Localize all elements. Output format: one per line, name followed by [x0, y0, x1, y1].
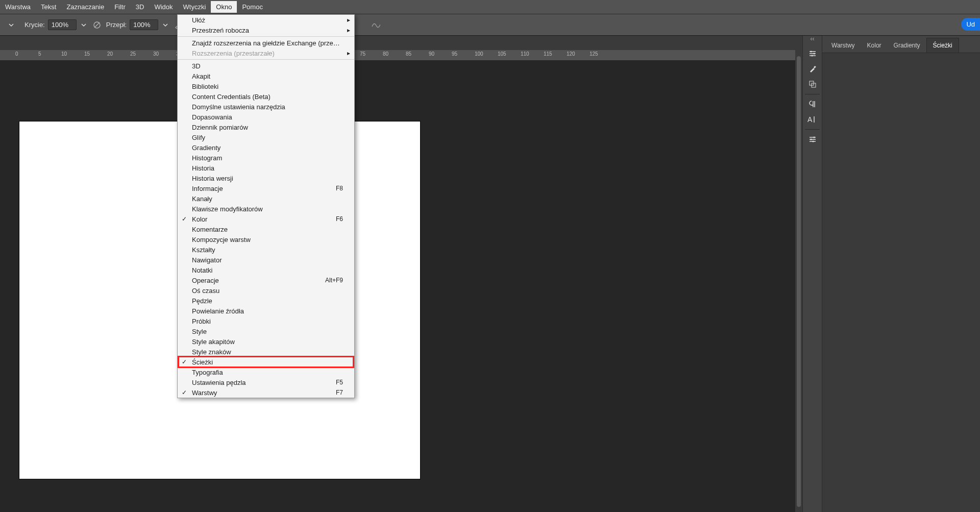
- ruler-tick: 30: [153, 51, 159, 57]
- menu-entry-histogram[interactable]: Histogram: [178, 153, 354, 163]
- share-button[interactable]: Ud: [961, 18, 980, 31]
- panel-tab-gradienty[interactable]: Gradienty: [888, 38, 926, 53]
- menu-entry-dopasowania[interactable]: Dopasowania: [178, 112, 354, 122]
- menu-entry-label: Próbki: [192, 318, 343, 325]
- flow-input[interactable]: [130, 19, 158, 30]
- flow-chevron-icon[interactable]: [161, 21, 169, 29]
- brushes-panel-icon[interactable]: [803, 61, 822, 77]
- menu-entry-historia[interactable]: Historia: [178, 163, 354, 173]
- pressure-opacity-icon[interactable]: [92, 20, 102, 30]
- menu-entry-label: Kanały: [192, 195, 343, 203]
- menu-shortcut: F7: [336, 389, 343, 396]
- character-panel-icon[interactable]: A: [803, 112, 822, 127]
- ruler-tick: 25: [130, 51, 136, 57]
- rail-collapse-handle-icon[interactable]: ‹‹: [803, 36, 822, 42]
- menu-entry-przestrzeń-robocza[interactable]: Przestrzeń robocza▸: [178, 25, 354, 35]
- menu-item-okno[interactable]: Okno: [211, 1, 237, 13]
- menu-entry-label: Style: [192, 328, 343, 335]
- menu-item-filtr[interactable]: Filtr: [109, 1, 131, 13]
- panel-tabs: WarstwyKolorGradientyŚcieżki: [822, 36, 980, 53]
- menu-entry-domyślne-ustawienia-narzędzia[interactable]: Domyślne ustawienia narzędzia: [178, 102, 354, 112]
- menu-entry-typografia[interactable]: Typografia: [178, 367, 354, 377]
- svg-point-3: [813, 53, 815, 55]
- menu-shortcut: F6: [336, 215, 343, 223]
- clone-source-panel-icon[interactable]: [803, 77, 822, 92]
- menu-entry-komentarze[interactable]: Komentarze: [178, 224, 354, 234]
- svg-point-11: [810, 139, 812, 140]
- menu-item-warstwa[interactable]: Warstwa: [0, 1, 36, 13]
- menu-entry-label: Znajdź rozszerzenia na giełdzie Exchange…: [192, 39, 343, 47]
- menu-entry-kształty[interactable]: Kształty: [178, 245, 354, 255]
- options-bar: Krycie: Przepł: Ud: [0, 14, 980, 36]
- menu-entry-label: Pędzle: [192, 297, 343, 305]
- menu-item-widok[interactable]: Widok: [149, 1, 178, 13]
- menu-entry-próbki[interactable]: Próbki: [178, 316, 354, 326]
- document-tabbar: [0, 36, 795, 50]
- panel-tab-ścieżki[interactable]: Ścieżki: [926, 38, 959, 53]
- menu-entry-label: Glify: [192, 134, 343, 141]
- opacity-chevron-icon[interactable]: [80, 21, 88, 29]
- smoothing-icon[interactable]: [371, 20, 381, 30]
- menu-entry-label: Dziennik pomiarów: [192, 124, 343, 131]
- menu-entry-akapit[interactable]: Akapit: [178, 71, 354, 81]
- menu-entry-kanały[interactable]: Kanały: [178, 193, 354, 204]
- menu-entry-rozszerzenia-przestarzałe-: Rozszerzenia (przestarzałe)▸: [178, 48, 354, 58]
- paragraph-panel-icon[interactable]: [803, 96, 822, 112]
- menu-entry-label: Klawisze modyfikatorów: [192, 205, 343, 213]
- menu-entry-content-credentials-beta-[interactable]: Content Credentials (Beta): [178, 91, 354, 102]
- menu-entry-pędzle[interactable]: Pędzle: [178, 296, 354, 306]
- menu-shortcut: F5: [336, 379, 343, 386]
- menu-item-pomoc[interactable]: Pomoc: [237, 1, 267, 13]
- menu-entry-ułóż[interactable]: Ułóż▸: [178, 15, 354, 25]
- menu-item-zaznaczanie[interactable]: Zaznaczanie: [61, 1, 109, 13]
- opacity-input[interactable]: [48, 19, 77, 30]
- menu-entry-label: 3D: [192, 62, 343, 70]
- menu-entry-powielanie-źródła[interactable]: Powielanie źródła: [178, 306, 354, 316]
- menu-item-3d[interactable]: 3D: [131, 1, 150, 13]
- menu-entry-style-znaków[interactable]: Style znaków: [178, 347, 354, 357]
- menu-entry-informacje[interactable]: InformacjeF8: [178, 183, 354, 193]
- menu-entry-3d[interactable]: 3D: [178, 61, 354, 71]
- menu-entry-historia-wersji[interactable]: Historia wersji: [178, 173, 354, 183]
- menu-entry-klawisze-modyfikatorów[interactable]: Klawisze modyfikatorów: [178, 204, 354, 214]
- menu-entry-kolor[interactable]: ✓KolorF6: [178, 214, 354, 224]
- menu-entry-kompozycje-warstw[interactable]: Kompozycje warstw: [178, 234, 354, 245]
- menu-entry-style[interactable]: Style: [178, 326, 354, 336]
- ruler-tick: 20: [107, 51, 113, 57]
- menu-entry-operacje[interactable]: OperacjeAlt+F9: [178, 275, 354, 285]
- menu-entry-notatki[interactable]: Notatki: [178, 265, 354, 275]
- paths-panel-body[interactable]: [822, 53, 980, 512]
- menu-entry-glify[interactable]: Glify: [178, 132, 354, 142]
- menu-entry-ustawienia-pędzla[interactable]: Ustawienia pędzlaF5: [178, 377, 354, 387]
- menu-entry-biblioteki[interactable]: Biblioteki: [178, 81, 354, 91]
- menu-entry-label: Notatki: [192, 266, 343, 274]
- menu-entry-znajdź-rozszerzenia-na-giełdzie-[interactable]: Znajdź rozszerzenia na giełdzie Exchange…: [178, 38, 354, 48]
- menu-entry-gradienty[interactable]: Gradienty: [178, 142, 354, 153]
- panel-tab-kolor[interactable]: Kolor: [861, 38, 888, 53]
- adjustments-panel-icon[interactable]: [803, 132, 822, 147]
- submenu-arrow-icon: ▸: [347, 27, 350, 34]
- menu-entry-dziennik-pomiarów[interactable]: Dziennik pomiarów: [178, 122, 354, 132]
- ruler-tick: 115: [544, 51, 552, 57]
- menu-entry-style-akapitów[interactable]: Style akapitów: [178, 336, 354, 347]
- panel-tab-warstwy[interactable]: Warstwy: [825, 38, 861, 53]
- menu-entry-label: Ustawienia pędzla: [192, 379, 336, 386]
- menu-entry-warstwy[interactable]: ✓WarstwyF7: [178, 387, 354, 398]
- menu-item-wtyczki[interactable]: Wtyczki: [178, 1, 211, 13]
- menu-entry-label: Historia: [192, 164, 343, 172]
- ruler-tick: 120: [567, 51, 575, 57]
- ruler-horizontal: 0510152025303540455055606570758085909510…: [0, 50, 795, 60]
- menu-item-tekst[interactable]: Tekst: [36, 1, 61, 13]
- ruler-tick: 75: [360, 51, 365, 57]
- menu-entry-label: Akapit: [192, 72, 343, 80]
- tool-preset-chevron-icon[interactable]: [7, 21, 15, 29]
- brush-settings-panel-icon[interactable]: [803, 46, 822, 61]
- svg-point-2: [810, 51, 812, 53]
- ruler-tick: 100: [475, 51, 483, 57]
- menu-entry-nawigator[interactable]: Nawigator: [178, 255, 354, 265]
- menu-entry-oś-czasu[interactable]: Oś czasu: [178, 285, 354, 296]
- canvas-scrollbar[interactable]: [795, 36, 802, 512]
- ruler-tick: 95: [452, 51, 457, 57]
- submenu-arrow-icon: ▸: [347, 16, 350, 23]
- menu-entry-ścieżki[interactable]: ✓Ścieżki: [178, 357, 354, 367]
